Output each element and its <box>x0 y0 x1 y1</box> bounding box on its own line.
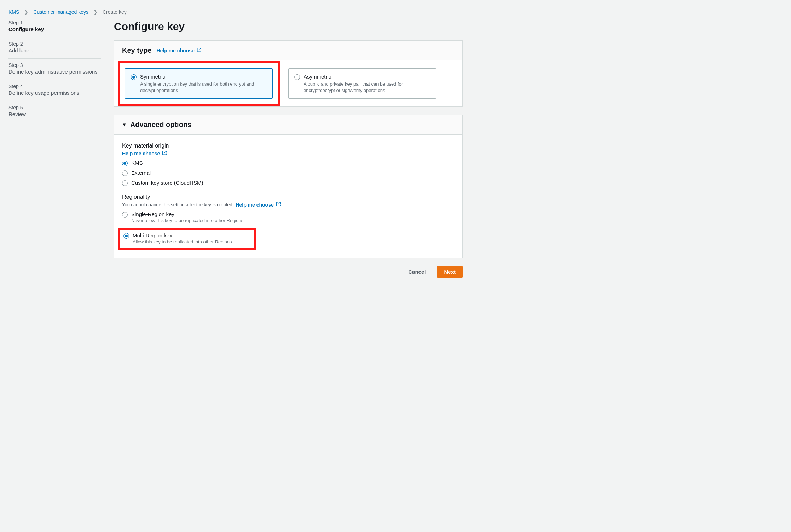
key-type-symmetric[interactable]: Symmetric A single encryption key that i… <box>125 68 273 99</box>
regionality-multi[interactable]: Multi-Region key Allow this key to be re… <box>123 232 249 244</box>
radio-icon <box>122 180 128 186</box>
kmo-kms[interactable]: KMS <box>122 160 455 166</box>
sidebar-step-5[interactable]: Step 5 Review <box>8 101 101 122</box>
step-number: Step 2 <box>8 41 101 47</box>
kmo-external[interactable]: External <box>122 170 455 176</box>
panel-title: Advanced options <box>130 121 191 129</box>
option-label: Asymmetric <box>304 74 430 80</box>
help-link-text: Help me choose <box>156 48 194 53</box>
step-number: Step 5 <box>8 105 101 110</box>
step-title: Define key usage permissions <box>8 90 101 96</box>
external-link-icon <box>197 47 202 53</box>
chevron-right-icon: ❯ <box>24 9 28 15</box>
section-title: Regionality <box>122 194 455 200</box>
kmo-custom[interactable]: Custom key store (CloudHSM) <box>122 180 455 186</box>
regionality-note: You cannot change this setting after the… <box>122 202 233 207</box>
chevron-right-icon: ❯ <box>93 9 98 15</box>
step-title: Configure key <box>8 26 101 32</box>
step-number: Step 4 <box>8 83 101 89</box>
option-label: KMS <box>131 160 143 166</box>
option-desc: Allow this key to be replicated into oth… <box>133 239 232 244</box>
key-type-asymmetric[interactable]: Asymmetric A public and private key pair… <box>288 68 436 99</box>
page-title: Configure key <box>114 21 463 33</box>
option-desc: Never allow this key to be replicated in… <box>131 218 243 223</box>
breadcrumb: KMS ❯ Customer managed keys ❯ Create key <box>8 7 463 20</box>
step-number: Step 1 <box>8 20 101 25</box>
advanced-options-toggle[interactable]: ▼ Advanced options <box>114 115 462 135</box>
option-label: Multi-Region key <box>133 232 232 238</box>
cancel-button[interactable]: Cancel <box>401 266 433 278</box>
breadcrumb-customer-keys[interactable]: Customer managed keys <box>33 9 88 15</box>
radio-icon <box>123 233 129 239</box>
step-title: Review <box>8 111 101 117</box>
help-me-choose-link[interactable]: Help me choose <box>122 150 167 156</box>
help-link-text: Help me choose <box>122 151 160 156</box>
step-title: Define key administrative permissions <box>8 69 101 75</box>
main-content: Configure key Key type Help me choose <box>114 20 463 278</box>
radio-icon <box>131 74 137 80</box>
highlight-symmetric: Symmetric A single encryption key that i… <box>118 61 280 106</box>
option-desc: A single encryption key that is used for… <box>140 81 267 93</box>
radio-icon <box>294 74 300 80</box>
key-material-origin-section: Key material origin Help me choose KMS <box>122 143 455 186</box>
highlight-multi-region: Multi-Region key Allow this key to be re… <box>118 228 256 250</box>
option-label: Symmetric <box>140 74 267 80</box>
option-desc: A public and private key pair that can b… <box>304 81 430 93</box>
external-link-icon <box>162 150 167 156</box>
wizard-footer: Cancel Next <box>114 266 463 278</box>
option-label: External <box>131 170 151 176</box>
option-label: Custom key store (CloudHSM) <box>131 180 203 186</box>
sidebar-step-4[interactable]: Step 4 Define key usage permissions <box>8 80 101 101</box>
section-title: Key material origin <box>122 143 455 149</box>
step-title: Add labels <box>8 47 101 53</box>
help-me-choose-link[interactable]: Help me choose <box>156 47 201 53</box>
next-button[interactable]: Next <box>437 266 463 278</box>
panel-title: Key type <box>122 46 151 54</box>
sidebar-step-3[interactable]: Step 3 Define key administrative permiss… <box>8 59 101 80</box>
step-number: Step 3 <box>8 62 101 68</box>
sidebar-step-2[interactable]: Step 2 Add labels <box>8 37 101 59</box>
breadcrumb-kms[interactable]: KMS <box>8 9 19 15</box>
caret-down-icon: ▼ <box>122 122 127 127</box>
wizard-sidebar: Step 1 Configure key Step 2 Add labels S… <box>8 20 101 122</box>
panel-header: Key type Help me choose <box>114 41 462 60</box>
regionality-section: Regionality You cannot change this setti… <box>122 194 455 250</box>
help-me-choose-link[interactable]: Help me choose <box>236 202 281 208</box>
key-type-panel: Key type Help me choose <box>114 40 463 107</box>
breadcrumb-current: Create key <box>103 9 127 15</box>
external-link-icon <box>276 202 281 208</box>
option-label: Single-Region key <box>131 211 243 217</box>
sidebar-step-1[interactable]: Step 1 Configure key <box>8 20 101 37</box>
regionality-single[interactable]: Single-Region key Never allow this key t… <box>122 211 455 223</box>
radio-icon <box>122 161 128 166</box>
advanced-options-panel: ▼ Advanced options Key material origin H… <box>114 115 463 258</box>
radio-icon <box>122 212 128 218</box>
help-link-text: Help me choose <box>236 202 273 208</box>
radio-icon <box>122 170 128 176</box>
